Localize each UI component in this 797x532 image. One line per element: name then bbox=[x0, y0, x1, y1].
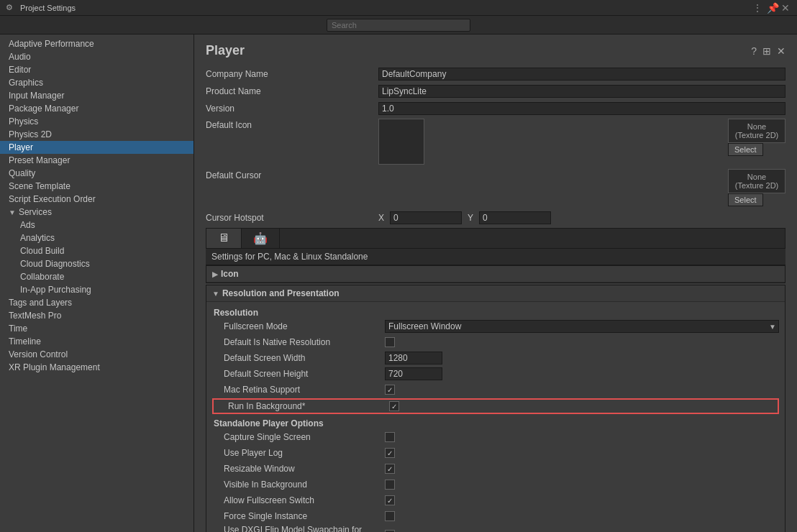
default-cursor-area: None (Texture 2D) Select bbox=[378, 169, 785, 206]
mac-retina-row: Mac Retina Support bbox=[212, 382, 779, 397]
fullscreen-mode-dropdown[interactable]: Fullscreen Window bbox=[385, 320, 779, 333]
allow-fullscreen-value bbox=[385, 495, 779, 505]
cursor-x-input[interactable] bbox=[390, 211, 462, 224]
default-cursor-texture: None (Texture 2D) Select bbox=[728, 169, 785, 206]
layout-icon[interactable]: ⊞ bbox=[762, 45, 771, 57]
sidebar-item-cloud-diagnostics[interactable]: Cloud Diagnostics bbox=[0, 257, 193, 270]
menu-icon[interactable]: ⋮ bbox=[752, 3, 762, 13]
screen-width-label: Default Screen Width bbox=[212, 353, 385, 363]
sidebar-item-editor[interactable]: Editor bbox=[0, 63, 193, 76]
icon-collapse-arrow: ▶ bbox=[212, 270, 218, 278]
content-area: Player ? ⊞ ✕ Company Name Product Name V… bbox=[194, 35, 797, 532]
sidebar-item-label: In-App Purchasing bbox=[20, 285, 91, 295]
icon-section-header[interactable]: ▶ Icon bbox=[206, 266, 785, 283]
cursor-hotspot-values: X Y bbox=[378, 211, 785, 224]
sidebar-item-physics[interactable]: Physics bbox=[0, 115, 193, 128]
product-name-input[interactable] bbox=[378, 85, 785, 98]
mac-retina-checkbox[interactable] bbox=[385, 385, 395, 395]
cursor-hotspot-label: Cursor Hotspot bbox=[206, 213, 378, 223]
default-icon-texture: None (Texture 2D) Select bbox=[728, 119, 785, 156]
android-icon: 🤖 bbox=[253, 232, 268, 244]
close-content-icon[interactable]: ✕ bbox=[777, 45, 785, 57]
sidebar-item-package-manager[interactable]: Package Manager bbox=[0, 102, 193, 115]
sidebar-item-collaborate[interactable]: Collaborate bbox=[0, 270, 193, 283]
run-in-background-checkbox[interactable] bbox=[389, 401, 399, 411]
sidebar-item-player[interactable]: Player bbox=[0, 141, 193, 154]
sidebar-item-tags-and-layers[interactable]: Tags and Layers bbox=[0, 296, 193, 309]
default-cursor-select-btn[interactable]: Select bbox=[728, 193, 763, 206]
group-arrow: ▼ bbox=[9, 208, 16, 216]
product-name-row: Product Name bbox=[206, 84, 785, 98]
force-single-instance-checkbox[interactable] bbox=[385, 511, 395, 521]
page-title: Player bbox=[206, 43, 245, 58]
visible-in-background-row: Visible In Background bbox=[212, 477, 779, 492]
version-label: Version bbox=[206, 104, 378, 114]
version-input[interactable] bbox=[378, 102, 785, 115]
cursor-y-input[interactable] bbox=[479, 211, 551, 224]
pc-icon: 🖥 bbox=[218, 231, 229, 244]
sidebar-item-cloud-build[interactable]: Cloud Build bbox=[0, 244, 193, 257]
close-icon[interactable]: ✕ bbox=[781, 3, 791, 13]
default-icon-select-btn[interactable]: Select bbox=[728, 143, 763, 156]
capture-single-screen-checkbox[interactable] bbox=[385, 432, 395, 442]
sidebar-item-physics-2d[interactable]: Physics 2D bbox=[0, 128, 193, 141]
tab-pc[interactable]: 🖥 bbox=[206, 229, 242, 248]
sidebar-item-in-app-purchasing[interactable]: In-App Purchasing bbox=[0, 283, 193, 296]
company-name-input[interactable] bbox=[378, 68, 785, 81]
window-title: Project Settings bbox=[20, 4, 76, 12]
screen-height-input[interactable] bbox=[385, 367, 442, 380]
sidebar-item-analytics[interactable]: Analytics bbox=[0, 231, 193, 244]
company-name-row: Company Name bbox=[206, 67, 785, 81]
tab-android[interactable]: 🤖 bbox=[242, 229, 280, 248]
product-name-value bbox=[378, 85, 785, 98]
sidebar-item-graphics[interactable]: Graphics bbox=[0, 76, 193, 89]
mac-retina-value bbox=[385, 385, 779, 395]
capture-single-screen-label: Capture Single Screen bbox=[212, 432, 385, 442]
help-icon[interactable]: ? bbox=[751, 45, 757, 57]
screen-height-row: Default Screen Height bbox=[212, 367, 779, 381]
sidebar-item-textmesh-pro[interactable]: TextMesh Pro bbox=[0, 309, 193, 322]
use-player-log-checkbox[interactable] bbox=[385, 448, 395, 458]
search-input[interactable] bbox=[327, 19, 470, 32]
sidebar-item-timeline[interactable]: Timeline bbox=[0, 335, 193, 348]
sidebar-item-preset-manager[interactable]: Preset Manager bbox=[0, 154, 193, 167]
sidebar-group-services[interactable]: ▼Services bbox=[0, 206, 193, 219]
native-resolution-checkbox[interactable] bbox=[385, 337, 395, 347]
screen-width-input[interactable] bbox=[385, 352, 442, 364]
sidebar: Adaptive PerformanceAudioEditorGraphicsI… bbox=[0, 35, 194, 532]
resolution-section-header[interactable]: ▼ Resolution and Presentation bbox=[206, 285, 785, 302]
visible-in-background-label: Visible In Background bbox=[212, 480, 385, 490]
sidebar-item-time[interactable]: Time bbox=[0, 322, 193, 335]
fullscreen-mode-label: Fullscreen Mode bbox=[212, 321, 385, 331]
default-icon-row: Default Icon None (Texture 2D) Select bbox=[206, 119, 785, 165]
sidebar-item-scene-template[interactable]: Scene Template bbox=[0, 180, 193, 193]
sidebar-item-ads[interactable]: Ads bbox=[0, 219, 193, 231]
default-icon-area: None (Texture 2D) Select bbox=[378, 119, 785, 165]
sidebar-item-input-manager[interactable]: Input Manager bbox=[0, 89, 193, 102]
visible-in-background-checkbox[interactable] bbox=[385, 480, 395, 490]
sidebar-item-label: Preset Manager bbox=[9, 155, 70, 165]
resizable-window-row: Resizable Window bbox=[212, 462, 779, 476]
sidebar-item-label: Physics 2D bbox=[9, 129, 52, 139]
force-single-instance-row: Force Single Instance bbox=[212, 509, 779, 523]
cursor-y-label: Y bbox=[468, 213, 473, 223]
sidebar-item-xr-plugin-management[interactable]: XR Plugin Management bbox=[0, 361, 193, 374]
allow-fullscreen-checkbox[interactable] bbox=[385, 495, 395, 505]
resizable-window-checkbox[interactable] bbox=[385, 464, 395, 474]
default-cursor-label: Default Cursor bbox=[206, 169, 378, 180]
mac-retina-label: Mac Retina Support bbox=[212, 385, 385, 395]
pin-icon[interactable]: 📌 bbox=[767, 3, 777, 13]
screen-height-label: Default Screen Height bbox=[212, 369, 385, 379]
default-icon-label: Default Icon bbox=[206, 119, 378, 130]
standalone-options-title: Standalone Player Options bbox=[212, 418, 779, 428]
sidebar-item-audio[interactable]: Audio bbox=[0, 50, 193, 63]
sidebar-item-script-execution-order[interactable]: Script Execution Order bbox=[0, 193, 193, 206]
sidebar-item-adaptive-performance[interactable]: Adaptive Performance bbox=[0, 37, 193, 50]
sidebar-item-version-control[interactable]: Version Control bbox=[0, 348, 193, 361]
sidebar-item-quality[interactable]: Quality bbox=[0, 167, 193, 180]
capture-single-screen-value bbox=[385, 432, 779, 442]
capture-single-screen-row: Capture Single Screen bbox=[212, 430, 779, 444]
resolution-section-title: Resolution and Presentation bbox=[222, 288, 340, 298]
sidebar-item-label: Audio bbox=[9, 52, 31, 62]
sidebar-item-label: Adaptive Performance bbox=[9, 39, 94, 49]
